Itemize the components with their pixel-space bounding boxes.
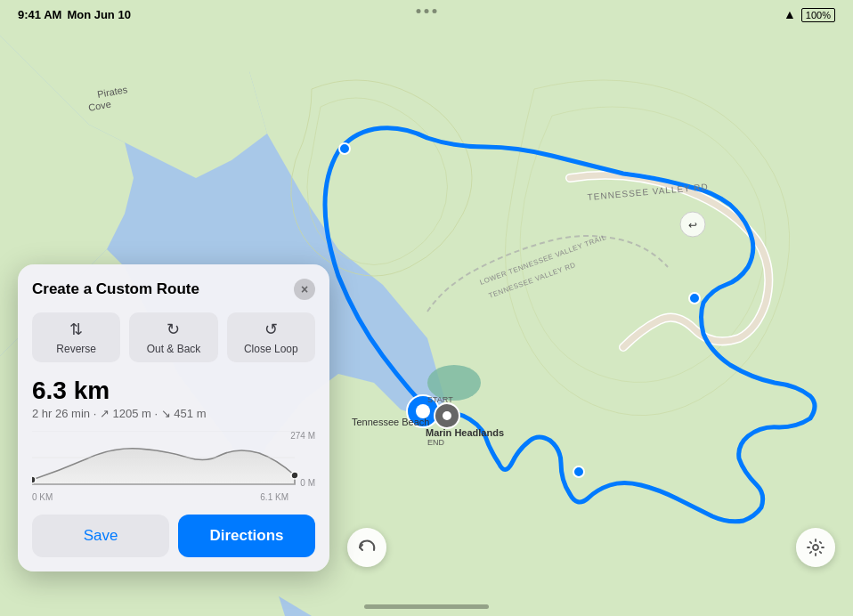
svg-point-5 <box>443 411 451 420</box>
out-and-back-icon: ↻ <box>167 320 180 339</box>
elevation-up: ↗ 1205 m <box>100 407 151 420</box>
svg-point-25 <box>813 545 818 550</box>
save-button[interactable]: Save <box>32 515 169 557</box>
status-bar-right: ▲ 100% <box>784 7 835 21</box>
svg-text:↩: ↩ <box>688 219 697 231</box>
status-time: 9:41 AM <box>18 8 61 21</box>
undo-icon <box>357 538 377 557</box>
dot-2 <box>425 9 429 13</box>
panel-title: Create a Custom Route <box>32 280 199 298</box>
svg-text:START: START <box>427 395 453 404</box>
status-bar-time-date: 9:41 AM Mon Jun 10 <box>18 8 131 21</box>
panel-header: Create a Custom Route × <box>32 279 315 300</box>
out-and-back-button[interactable]: ↻ Out & Back <box>129 312 217 362</box>
svg-point-20 <box>32 476 36 483</box>
three-dots <box>417 9 437 13</box>
svg-text:Marin Headlands: Marin Headlands <box>426 427 504 438</box>
route-panel: Create a Custom Route × ⇅ Reverse ↻ Out … <box>18 264 329 571</box>
close-button[interactable]: × <box>294 279 315 300</box>
map-options-button[interactable] <box>796 528 835 567</box>
dot-3 <box>433 9 437 13</box>
bottom-buttons: Save Directions <box>32 515 315 557</box>
distance-display: 6.3 km <box>32 377 315 405</box>
directions-button[interactable]: Directions <box>178 515 315 557</box>
dot-1 <box>417 9 421 13</box>
chart-x-start: 0 KM <box>32 492 53 502</box>
map-options-icon <box>806 538 825 557</box>
close-loop-label: Close Loop <box>244 343 298 355</box>
chart-x-labels: 0 KM 6.1 KM <box>32 492 288 502</box>
duration: 2 hr 26 min <box>32 407 90 420</box>
status-bar: 9:41 AM Mon Jun 10 ▲ 100% <box>0 0 853 28</box>
out-and-back-label: Out & Back <box>147 343 201 355</box>
svg-text:END: END <box>427 438 445 447</box>
home-indicator <box>364 604 489 609</box>
stats-details: 2 hr 26 min · ↗ 1205 m · ↘ 451 m <box>32 407 315 420</box>
battery-icon: 100% <box>801 8 835 21</box>
elevation-svg <box>32 431 308 489</box>
reverse-icon: ⇅ <box>69 320 83 339</box>
svg-point-7 <box>573 466 584 477</box>
elevation-chart: 274 M 0 M 0 KM 6.1 KM <box>32 431 315 502</box>
wifi-icon: ▲ <box>784 7 796 21</box>
svg-point-8 <box>689 293 700 304</box>
reverse-label: Reverse <box>56 343 96 355</box>
reverse-button[interactable]: ⇅ Reverse <box>32 312 120 362</box>
close-loop-button[interactable]: ↺ Close Loop <box>227 312 315 362</box>
status-date: Mon Jun 10 <box>67 8 131 21</box>
undo-button[interactable] <box>347 528 386 567</box>
action-buttons-row: ⇅ Reverse ↻ Out & Back ↺ Close Loop <box>32 312 315 362</box>
close-loop-icon: ↺ <box>264 320 278 339</box>
svg-point-21 <box>291 472 298 479</box>
stats-section: 6.3 km 2 hr 26 min · ↗ 1205 m · ↘ 451 m <box>32 377 315 420</box>
elevation-down: ↘ 451 m <box>161 407 207 420</box>
svg-text:Tennessee Beach: Tennessee Beach <box>352 417 429 427</box>
svg-point-6 <box>339 143 350 154</box>
chart-x-end: 6.1 KM <box>260 492 288 502</box>
